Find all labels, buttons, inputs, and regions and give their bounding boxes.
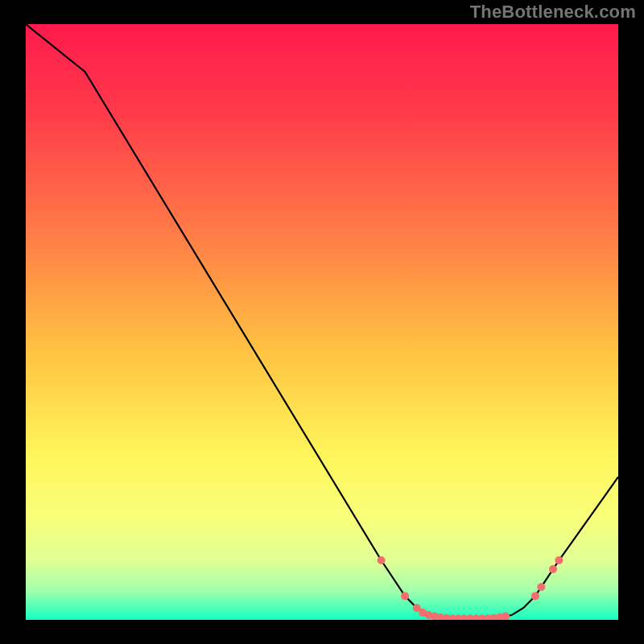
gradient-background bbox=[26, 24, 618, 620]
chart-frame: TheBottleneck.com bbox=[0, 0, 644, 644]
attribution-text: TheBottleneck.com bbox=[470, 2, 636, 23]
data-marker bbox=[531, 592, 539, 600]
data-marker bbox=[537, 583, 545, 591]
data-marker bbox=[378, 556, 386, 564]
plot-svg bbox=[26, 24, 618, 620]
data-marker bbox=[401, 592, 409, 600]
bottleneck-plot bbox=[26, 24, 618, 620]
data-marker bbox=[555, 556, 563, 564]
data-marker bbox=[549, 565, 557, 573]
